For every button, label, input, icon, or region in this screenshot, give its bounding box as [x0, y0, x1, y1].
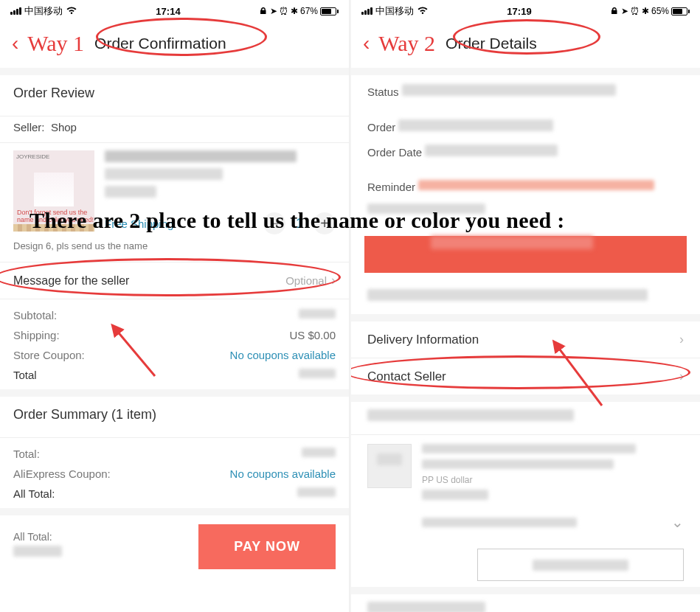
redacted: [422, 490, 488, 500]
status-bar: 中国移动 17:14 🔒︎ ➤ ⏰︎ ✱ 67%: [0, 0, 349, 21]
way-1-annotation: Way 1: [27, 31, 84, 56]
redacted: [367, 289, 648, 301]
location-icon: ➤: [270, 6, 277, 16]
redacted: [422, 444, 636, 453]
delivery-info-label: Delivery Information: [367, 333, 479, 347]
chevron-right-icon: ›: [679, 332, 684, 347]
variant-hint: Design 6, pls send us the name: [0, 239, 349, 262]
shipping-key: Shipping:: [13, 329, 60, 341]
chevron-right-icon: ›: [331, 273, 336, 288]
seller-prefix: Seller:: [13, 121, 45, 133]
back-button[interactable]: ‹: [360, 32, 372, 55]
redacted: [422, 518, 577, 527]
back-button[interactable]: ‹: [9, 32, 21, 55]
screenshot-way-1: 中国移动 17:14 🔒︎ ➤ ⏰︎ ✱ 67% ‹ Way 1 Order C…: [0, 0, 350, 612]
redacted: [105, 150, 297, 162]
redacted: [367, 204, 485, 214]
status-label: Status: [367, 86, 399, 98]
battery-icon: [671, 7, 690, 15]
screenshot-way-2: 中国移动 17:19 🔒︎ ➤ ⏰︎ ✱ 65% ‹ Way 2 Order D…: [351, 0, 700, 612]
redacted: [297, 487, 336, 497]
message-seller-label: Message for the seller: [13, 274, 129, 288]
alarm-icon: ⏰︎: [631, 6, 640, 16]
product-row: JOYRESIDE Don't forget send us the name …: [0, 143, 349, 239]
battery-icon: [320, 7, 339, 15]
order-item: PP US dollar ⌄: [351, 435, 700, 540]
footer-all-total-key: All Total:: [13, 531, 188, 543]
qty-minus-button[interactable]: −: [263, 212, 285, 234]
redacted: [402, 84, 616, 96]
banner: [364, 236, 687, 273]
redacted: [533, 560, 628, 571]
message-optional: Optional: [285, 274, 327, 287]
pay-now-button[interactable]: PAY NOW: [198, 524, 336, 569]
signal-bars-icon: [10, 7, 21, 15]
redacted: [105, 168, 223, 180]
redacted: [302, 448, 336, 457]
redacted: [367, 409, 574, 421]
order-date-label: Order Date: [367, 146, 422, 159]
redacted: [422, 459, 614, 469]
action-button[interactable]: [477, 549, 684, 581]
total-key: Total: [13, 369, 37, 381]
redacted: [299, 369, 336, 378]
ppus-label: PP US dollar: [422, 475, 684, 485]
qty-value: 1: [296, 216, 303, 232]
no-coupons: No coupons available: [230, 349, 336, 361]
shipping-value: US $0.00: [289, 329, 336, 341]
redacted: [425, 145, 558, 156]
redacted: [105, 186, 156, 198]
reminder-label: Reminder: [367, 181, 415, 193]
delivery-information-row[interactable]: Delivery Information ›: [351, 321, 700, 358]
battery-pct: 65%: [651, 6, 669, 16]
message-for-seller-row[interactable]: Message for the seller Optional›: [0, 262, 349, 299]
wifi-icon: [417, 6, 429, 17]
order-item-thumbnail[interactable]: [367, 444, 412, 488]
order-label: Order: [367, 121, 395, 133]
alarm-icon: ⏰︎: [280, 6, 288, 16]
thumb-brand: JOYRESIDE: [16, 153, 49, 160]
bluetooth-icon: ✱: [642, 6, 649, 16]
redacted: [398, 119, 553, 131]
chevron-down-icon[interactable]: ⌄: [671, 513, 684, 531]
seller-name: Shop: [51, 121, 77, 133]
lock-icon: 🔒︎: [259, 6, 268, 16]
all-total-key: All Total:: [13, 487, 55, 500]
order-summary-heading: Order Summary (1 item): [13, 407, 336, 423]
ali-coupon-key: AliExpress Coupon:: [13, 467, 111, 480]
page-title: Order Confirmation: [94, 35, 340, 52]
battery-pct: 67%: [300, 6, 318, 16]
carrier-label: 中国移动: [24, 4, 63, 18]
redacted: [299, 309, 336, 319]
redacted: [367, 602, 485, 612]
signal-bars-icon: [361, 7, 372, 15]
status-bar: 中国移动 17:19 🔒︎ ➤ ⏰︎ ✱ 65%: [351, 0, 700, 21]
no-coupons-2: No coupons available: [230, 467, 336, 480]
contact-seller-row[interactable]: Contact Seller ›: [351, 358, 700, 394]
thumb-message: Don't forget send us the name and color …: [17, 209, 94, 224]
qty-plus-button[interactable]: +: [313, 212, 336, 234]
chevron-right-icon: ›: [679, 369, 684, 384]
free-shipping-link[interactable]: Free Shipping: [105, 218, 173, 230]
way-2-annotation: Way 2: [378, 31, 435, 56]
store-coupon-key: Store Coupon:: [13, 349, 85, 361]
contact-seller-label: Contact Seller: [367, 369, 446, 384]
bluetooth-icon: ✱: [291, 6, 298, 16]
clock: 17:14: [156, 6, 180, 17]
subtotal-key: Subtotal:: [13, 309, 57, 321]
order-review-heading: Order Review: [13, 86, 336, 101]
carrier-label: 中国移动: [375, 4, 414, 18]
clock: 17:19: [507, 6, 531, 17]
product-thumbnail[interactable]: JOYRESIDE Don't forget send us the name …: [13, 150, 94, 232]
lock-icon: 🔒︎: [610, 6, 619, 16]
redacted: [418, 180, 654, 190]
wifi-icon: [66, 6, 77, 17]
location-icon: ➤: [621, 6, 628, 16]
summary-total-key: Total:: [13, 448, 40, 460]
page-title: Order Details: [446, 35, 691, 52]
redacted: [13, 546, 62, 557]
